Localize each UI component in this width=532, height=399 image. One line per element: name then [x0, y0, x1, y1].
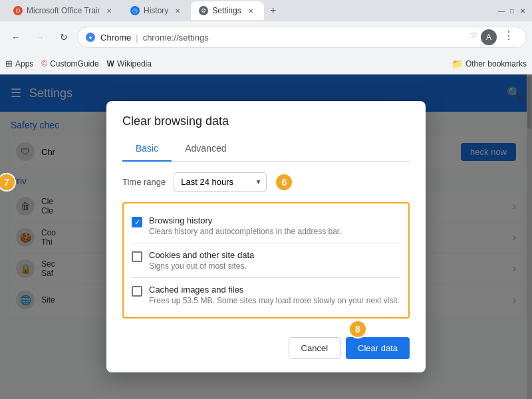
tab2-favicon: ◷	[130, 6, 140, 15]
tabs-container: O Microsoft Office Traini... ✕ ◷ History…	[5, 1, 497, 20]
time-range-label: Time range	[122, 177, 166, 187]
refresh-button[interactable]: ↻	[53, 27, 74, 48]
cookies-label: Cookies and other site data	[149, 250, 254, 260]
tab3-favicon: ⚙	[199, 6, 208, 15]
apps-label: Apps	[15, 59, 33, 68]
new-tab-button[interactable]: +	[264, 1, 283, 20]
minimize-button[interactable]: —	[497, 7, 505, 15]
address-actions: ☆ A ⋮	[469, 29, 518, 45]
tab-basic[interactable]: Basic	[122, 136, 172, 162]
browser-menu-button[interactable]: ⋮	[499, 29, 518, 45]
tab3-label: Settings	[212, 6, 241, 15]
tab2-label: History	[144, 6, 168, 15]
apps-grid-icon: ⊞	[5, 59, 13, 68]
tab-settings[interactable]: ⚙ Settings ✕	[191, 1, 263, 20]
browsing-history-text: Browsing history Clears history and auto…	[149, 215, 342, 236]
time-range-row: Time range Last hour Last 24 hours Last …	[122, 172, 410, 192]
profile-button[interactable]: A	[481, 29, 497, 45]
cookies-text: Cookies and other site data Signs you ou…	[149, 250, 254, 271]
address-text: Chrome | chrome://settings	[100, 33, 209, 43]
clear-browsing-data-modal: Clear browsing data Basic Advanced Time …	[106, 101, 426, 372]
tab1-close[interactable]: ✕	[104, 5, 114, 16]
modal-header: Clear browsing data Basic Advanced	[106, 101, 426, 162]
browsing-history-checkbox[interactable]	[132, 217, 142, 227]
modal-overlay: Clear browsing data Basic Advanced Time …	[0, 74, 532, 399]
tab-advanced[interactable]: Advanced	[172, 136, 239, 162]
tab-microsoft-office[interactable]: O Microsoft Office Traini... ✕	[5, 1, 122, 20]
option-cookies: Cookies and other site data Signs you ou…	[132, 243, 400, 278]
badge-6: 6	[275, 173, 293, 192]
bookmarks-bar: ⊞ Apps © CustomGuide W Wikipedia 📁 Other…	[0, 53, 532, 74]
customguide-favicon: ©	[41, 59, 47, 68]
bookmarks-wikipedia[interactable]: W Wikipedia	[107, 59, 152, 68]
address-domain: Chrome	[100, 33, 131, 43]
cancel-button[interactable]: Cancel	[289, 337, 340, 359]
option-browsing-history: Browsing history Clears history and auto…	[132, 209, 400, 243]
tab2-close[interactable]: ✕	[172, 5, 183, 16]
tab1-favicon: O	[13, 6, 23, 15]
bookmarks-apps[interactable]: ⊞ Apps	[5, 59, 33, 68]
address-separator: |	[136, 33, 138, 43]
customguide-label: CustomGuide	[50, 59, 98, 68]
other-bookmarks[interactable]: 📁 Other bookmarks	[452, 59, 527, 69]
tab1-label: Microsoft Office Traini...	[27, 6, 100, 15]
cached-checkbox[interactable]	[132, 286, 142, 297]
time-range-select[interactable]: Last hour Last 24 hours Last 7 days Last…	[174, 172, 267, 192]
address-url: chrome://settings	[143, 33, 209, 43]
other-bookmarks-label: Other bookmarks	[466, 59, 527, 68]
cached-label: Cached images and files	[149, 285, 400, 295]
browsing-history-desc: Clears history and autocompletions in th…	[149, 227, 342, 236]
clear-data-button[interactable]: Clear data	[346, 337, 410, 359]
bookmarks-folder-icon: 📁	[452, 59, 463, 69]
options-box: Browsing history Clears history and auto…	[122, 202, 410, 319]
option-cached: Cached images and files Frees up 53.5 MB…	[132, 278, 400, 312]
browsing-history-label: Browsing history	[149, 215, 342, 225]
cached-text: Cached images and files Frees up 53.5 MB…	[149, 285, 400, 305]
back-button[interactable]: ←	[5, 27, 27, 48]
badge-8: 8	[348, 320, 367, 338]
bookmarks-customguide[interactable]: © CustomGuide	[41, 59, 98, 68]
tab-history[interactable]: ◷ History ✕	[122, 1, 191, 20]
addressbar-row: ← → ↻ ● Chrome | chrome://settings ☆ A ⋮	[0, 21, 532, 53]
close-button[interactable]: ✕	[519, 7, 527, 15]
address-favicon: ●	[86, 33, 95, 42]
address-bar[interactable]: ● Chrome | chrome://settings ☆ A ⋮	[77, 27, 527, 48]
wikipedia-favicon: W	[107, 59, 114, 68]
cached-desc: Frees up 53.5 MB. Some sites may load mo…	[149, 296, 400, 305]
maximize-button[interactable]: □	[508, 7, 516, 15]
modal-tabs: Basic Advanced	[122, 136, 410, 162]
forward-button[interactable]: →	[29, 27, 51, 48]
bookmark-star-icon[interactable]: ☆	[469, 29, 478, 45]
time-range-select-wrapper: Last hour Last 24 hours Last 7 days Last…	[174, 172, 267, 192]
cookies-desc: Signs you out of most sites.	[149, 261, 254, 271]
modal-body: Time range Last hour Last 24 hours Last …	[106, 162, 426, 329]
modal-title: Clear browsing data	[122, 114, 410, 128]
window-controls: — □ ✕	[497, 7, 527, 15]
cookies-checkbox[interactable]	[132, 251, 142, 262]
wikipedia-label: Wikipedia	[117, 59, 152, 68]
titlebar: O Microsoft Office Traini... ✕ ◷ History…	[0, 0, 532, 21]
modal-footer: 8 Cancel Clear data	[106, 329, 426, 372]
tab3-close[interactable]: ✕	[245, 5, 256, 16]
main-content: ☰ Settings 🔍 Safety chec 🛡 Chr heck now …	[0, 74, 532, 399]
